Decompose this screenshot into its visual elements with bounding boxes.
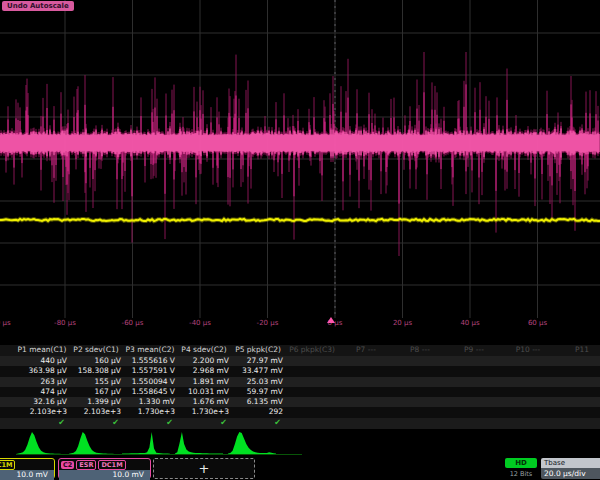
measurement-header-p11[interactable]: P11 <box>555 345 600 356</box>
measurement-stat-row: 32.16 µV1.399 µV1.330 mV1.676 mV6.135 mV <box>0 397 600 407</box>
histicon-p2 <box>69 432 117 454</box>
time-axis-label: -20 µs <box>257 319 279 327</box>
stat-cell-p9 <box>447 366 501 376</box>
stat-cell-p3: 1.730e+3 <box>123 407 177 417</box>
stat-cell-p10 <box>501 366 555 376</box>
stat-cell-p11 <box>555 366 600 376</box>
c1-vdiv-value: 10.0 mV <box>0 470 54 480</box>
histicon-p3 <box>122 432 170 454</box>
stat-cell-p10 <box>501 356 555 366</box>
stat-cell-p3: 1.550094 V <box>123 377 177 387</box>
c1-coupling-badge: DC1M <box>0 460 15 470</box>
stat-cell-p4: 1.891 mV <box>177 377 231 387</box>
stat-cell-p6 <box>285 387 339 397</box>
stat-cell-p3: 1.555616 V <box>123 356 177 366</box>
stat-cell-p9 <box>447 407 501 417</box>
measurement-table: P1 mean(C1)P2 sdev(C1)P3 mean(C2)P4 sdev… <box>0 345 600 429</box>
histicon-p4 <box>175 432 223 454</box>
time-axis-label: 20 µs <box>393 319 412 327</box>
stat-cell-p9 <box>447 356 501 366</box>
oscilloscope-screen: Undo Autoscale -100 µs-80 µs-60 µs-40 µs… <box>0 0 600 480</box>
histicon-p5 <box>228 432 276 454</box>
status-cell-empty <box>339 418 393 429</box>
stat-cell-p11 <box>555 377 600 387</box>
stat-cell-p3: 1.558645 V <box>123 387 177 397</box>
status-cell-empty <box>393 418 447 429</box>
stat-cell-p7 <box>339 407 393 417</box>
timebase-descriptor[interactable]: Tbase 20.0 µs/div <box>541 458 600 479</box>
measurement-header-row: P1 mean(C1)P2 sdev(C1)P3 mean(C2)P4 sdev… <box>0 345 600 356</box>
measurement-stat-row: 2.103e+32.103e+31.730e+31.730e+3292 <box>0 407 600 417</box>
measurement-header-p5[interactable]: P5 pkpk(C2) <box>231 345 285 356</box>
measurement-header-p8[interactable]: P8 --- <box>393 345 447 356</box>
c2-label: C2 <box>61 461 74 469</box>
status-check-icon: ✔ <box>177 418 231 429</box>
hd-bits-label: 12 Bits <box>503 470 539 478</box>
stat-cell-p8 <box>393 407 447 417</box>
stat-cell-p4: 10.031 mV <box>177 387 231 397</box>
channel-descriptor-c1[interactable]: C1 DC1M 10.0 mV <box>0 458 55 479</box>
stat-cell-p4: 1.730e+3 <box>177 407 231 417</box>
add-trace-button[interactable]: + <box>153 458 255 479</box>
stat-cell-p10 <box>501 387 555 397</box>
stat-cell-p8 <box>393 377 447 387</box>
stat-cell-p3: 1.557591 V <box>123 366 177 376</box>
timebase-title: Tbase <box>541 458 600 468</box>
channel-descriptor-c2[interactable]: C2 ESR DC1M 10.0 mV <box>58 458 151 479</box>
time-axis-label: -40 µs <box>189 319 211 327</box>
stat-cell-p1: 363.98 µV <box>15 366 69 376</box>
stat-cell-p8 <box>393 397 447 407</box>
hd-mode-badge[interactable]: HD <box>505 458 537 468</box>
measurement-header-p10[interactable]: P10 --- <box>501 345 555 356</box>
status-cell-empty <box>447 418 501 429</box>
undo-autoscale-badge[interactable]: Undo Autoscale <box>2 1 74 11</box>
stat-cell-p2: 1.399 µV <box>69 397 123 407</box>
stat-cell-p5: 33.477 mV <box>231 366 285 376</box>
stat-cell-p10 <box>501 377 555 387</box>
stat-cell-p1: 2.103e+3 <box>15 407 69 417</box>
stat-cell-p11 <box>555 356 600 366</box>
status-check-icon: ✔ <box>123 418 177 429</box>
stat-cell-p11 <box>555 387 600 397</box>
stat-cell-p5: 25.03 mV <box>231 377 285 387</box>
stat-cell-p4: 1.676 mV <box>177 397 231 407</box>
stat-cell-p8 <box>393 387 447 397</box>
time-axis-label: 40 µs <box>460 319 479 327</box>
time-axis-label: -80 µs <box>54 319 76 327</box>
stat-cell-p11 <box>555 407 600 417</box>
stat-cell-p2: 155 µV <box>69 377 123 387</box>
measurement-stat-row: 440 µV160 µV1.555616 V2.200 mV27.97 mV <box>0 356 600 366</box>
stat-cell-p6 <box>285 407 339 417</box>
measurement-header-p9[interactable]: P9 --- <box>447 345 501 356</box>
measurement-header-p6[interactable]: P6 pkpk(C3) <box>285 345 339 356</box>
measurement-stat-row: 263 µV155 µV1.550094 V1.891 mV25.03 mV <box>0 377 600 387</box>
stat-cell-p2: 167 µV <box>69 387 123 397</box>
stat-cell-p6 <box>285 356 339 366</box>
stat-cell-p3: 1.330 mV <box>123 397 177 407</box>
stat-cell-p7 <box>339 397 393 407</box>
measurement-header-p2[interactable]: P2 sdev(C1) <box>69 345 123 356</box>
stat-cell-p7 <box>339 377 393 387</box>
status-cell-empty <box>285 418 339 429</box>
stat-cell-p7 <box>339 366 393 376</box>
measurement-header-p1[interactable]: P1 mean(C1) <box>15 345 69 356</box>
measurement-stat-row: 363.98 µV158.308 µV1.557591 V2.968 mV33.… <box>0 366 600 376</box>
stat-cell-p1: 263 µV <box>15 377 69 387</box>
waveform-display[interactable]: -100 µs-80 µs-60 µs-40 µs-20 µs0 µs20 µs… <box>0 0 600 334</box>
measurement-header-p3[interactable]: P3 mean(C2) <box>123 345 177 356</box>
status-cell-empty <box>501 418 555 429</box>
measurement-header-p4[interactable]: P4 sdev(C2) <box>177 345 231 356</box>
measurement-header-p7[interactable]: P7 --- <box>339 345 393 356</box>
stat-cell-p4: 2.968 mV <box>177 366 231 376</box>
histicon-p1 <box>16 432 64 454</box>
waveform-graticule <box>0 0 600 334</box>
measurement-histicons <box>0 429 600 457</box>
status-check-icon: ✔ <box>15 418 69 429</box>
stat-cell-p11 <box>555 397 600 407</box>
stat-cell-p10 <box>501 397 555 407</box>
trigger-position-marker[interactable] <box>327 317 335 323</box>
stat-cell-p5: 6.135 mV <box>231 397 285 407</box>
stat-cell-p2: 158.308 µV <box>69 366 123 376</box>
descriptor-bar: C1 DC1M 10.0 mV C2 ESR DC1M 10.0 mV + HD… <box>0 457 600 480</box>
time-axis-label: 60 µs <box>528 319 547 327</box>
